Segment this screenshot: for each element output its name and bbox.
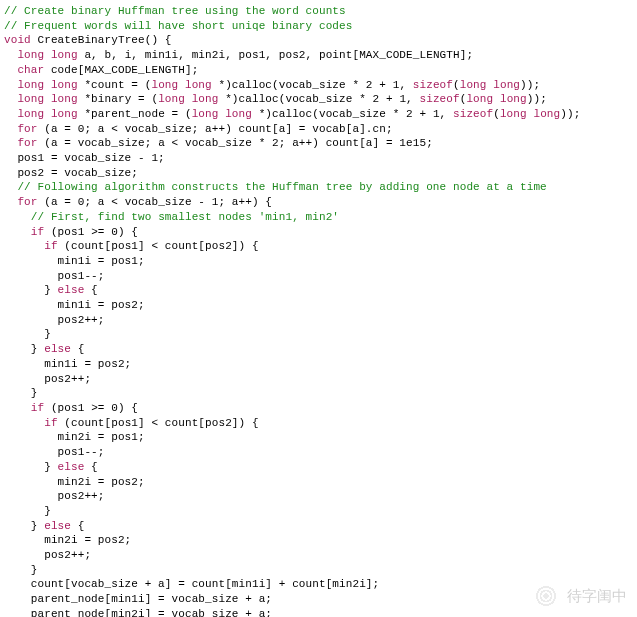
code-block: // Create binary Huffman tree using the … (0, 0, 637, 617)
